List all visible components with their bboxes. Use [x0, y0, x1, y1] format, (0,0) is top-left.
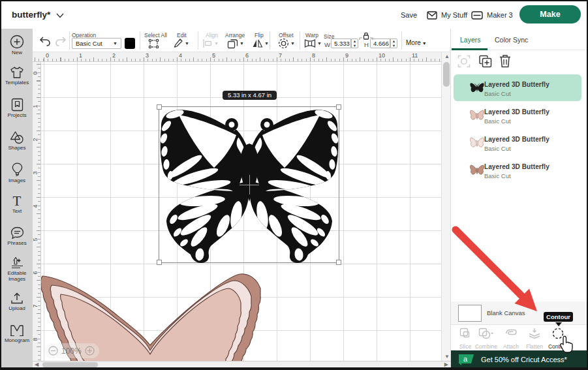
- svg-text:a: a: [463, 355, 468, 363]
- svg-text:T: T: [13, 194, 22, 208]
